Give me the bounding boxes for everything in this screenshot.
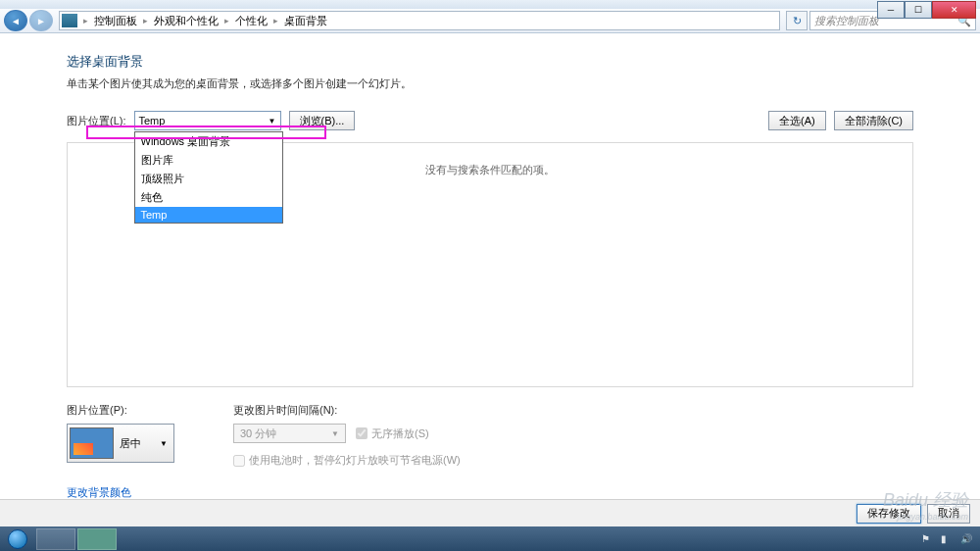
dropdown-item[interactable]: 顶级照片	[135, 170, 282, 188]
system-tray[interactable]: ⚑ ▮ 🔊	[921, 533, 980, 545]
control-panel-icon	[62, 14, 77, 27]
chevron-down-icon: ▼	[269, 117, 276, 125]
taskbar-item[interactable]	[36, 528, 75, 550]
interval-combobox: 30 分钟 ▼	[233, 424, 346, 443]
breadcrumb-item[interactable]: 控制面板	[90, 14, 141, 28]
position-label: 图片位置(P):	[67, 403, 174, 418]
interval-value: 30 分钟	[240, 426, 276, 441]
windows-orb-icon	[8, 529, 27, 549]
interval-label: 更改图片时间间隔(N):	[233, 403, 461, 418]
forward-button: ►	[29, 10, 53, 31]
back-button[interactable]: ◄	[4, 10, 27, 31]
chevron-right-icon[interactable]: ▸	[271, 16, 280, 25]
breadcrumb-item[interactable]: 外观和个性化	[150, 14, 222, 28]
cancel-button[interactable]: 取消	[927, 504, 970, 524]
chevron-right-icon[interactable]: ▸	[81, 16, 90, 25]
dropdown-item[interactable]: 图片库	[135, 151, 282, 170]
location-combobox[interactable]: Temp ▼ Windows 桌面背景 图片库 顶级照片 纯色 Temp	[134, 111, 281, 130]
chevron-right-icon[interactable]: ▸	[222, 16, 231, 25]
position-combobox[interactable]: 居中 ▼	[67, 424, 174, 463]
taskbar-item-control-panel[interactable]	[77, 528, 117, 550]
start-button[interactable]	[0, 526, 35, 551]
clear-all-button[interactable]: 全部清除(C)	[834, 111, 913, 130]
dropdown-item[interactable]: Windows 桌面背景	[135, 132, 282, 151]
change-bg-color-link[interactable]: 更改背景颜色	[67, 485, 131, 500]
dropdown-item-selected[interactable]: Temp	[135, 207, 282, 223]
search-placeholder: 搜索控制面板	[814, 14, 879, 28]
volume-icon[interactable]: 🔊	[960, 533, 972, 545]
network-icon[interactable]: ▮	[941, 533, 953, 545]
shuffle-input	[356, 427, 368, 439]
nav-toolbar: ◄ ► ▸ 控制面板 ▸ 外观和个性化 ▸ 个性化 ▸ 桌面背景 ↻ 搜索控制面…	[0, 9, 980, 33]
browse-button[interactable]: 浏览(B)...	[289, 111, 356, 130]
battery-input	[233, 455, 245, 467]
breadcrumb-item[interactable]: 个性化	[231, 14, 271, 28]
maximize-button[interactable]: ☐	[905, 1, 932, 19]
battery-label: 使用电池时，暂停幻灯片放映可节省电源(W)	[249, 453, 461, 468]
page-title: 选择桌面背景	[67, 53, 913, 71]
content-area: 选择桌面背景 单击某个图片使其成为您的桌面背景，或选择多个图片创建一个幻灯片。 …	[0, 33, 980, 526]
chevron-down-icon: ▼	[160, 439, 172, 448]
chevron-down-icon: ▼	[331, 429, 339, 438]
location-dropdown: Windows 桌面背景 图片库 顶级照片 纯色 Temp	[134, 131, 283, 224]
dropdown-item[interactable]: 纯色	[135, 188, 282, 207]
position-thumbnail	[70, 427, 114, 459]
refresh-button[interactable]: ↻	[786, 11, 808, 30]
page-subtitle: 单击某个图片使其成为您的桌面背景，或选择多个图片创建一个幻灯片。	[67, 76, 913, 91]
taskbar[interactable]: ⚑ ▮ 🔊	[0, 526, 980, 551]
flag-icon[interactable]: ⚑	[921, 533, 933, 545]
select-all-button[interactable]: 全选(A)	[768, 111, 826, 130]
battery-checkbox: 使用电池时，暂停幻灯片放映可节省电源(W)	[233, 453, 461, 468]
minimize-button[interactable]: ─	[877, 1, 905, 19]
location-selected: Temp	[139, 115, 166, 126]
location-label: 图片位置(L):	[67, 114, 126, 128]
window-titlebar: ─ ☐ ✕	[0, 0, 980, 9]
footer-bar: 保存修改 取消	[0, 499, 980, 526]
shuffle-label: 无序播放(S)	[371, 426, 429, 441]
save-button[interactable]: 保存修改	[857, 504, 921, 524]
breadcrumb-item[interactable]: 桌面背景	[280, 14, 331, 28]
chevron-right-icon[interactable]: ▸	[141, 16, 150, 25]
close-button[interactable]: ✕	[932, 1, 976, 19]
empty-message: 没有与搜索条件匹配的项。	[425, 163, 555, 177]
position-value: 居中	[120, 436, 141, 451]
shuffle-checkbox: 无序播放(S)	[356, 426, 429, 441]
breadcrumb[interactable]: ▸ 控制面板 ▸ 外观和个性化 ▸ 个性化 ▸ 桌面背景	[59, 11, 780, 30]
